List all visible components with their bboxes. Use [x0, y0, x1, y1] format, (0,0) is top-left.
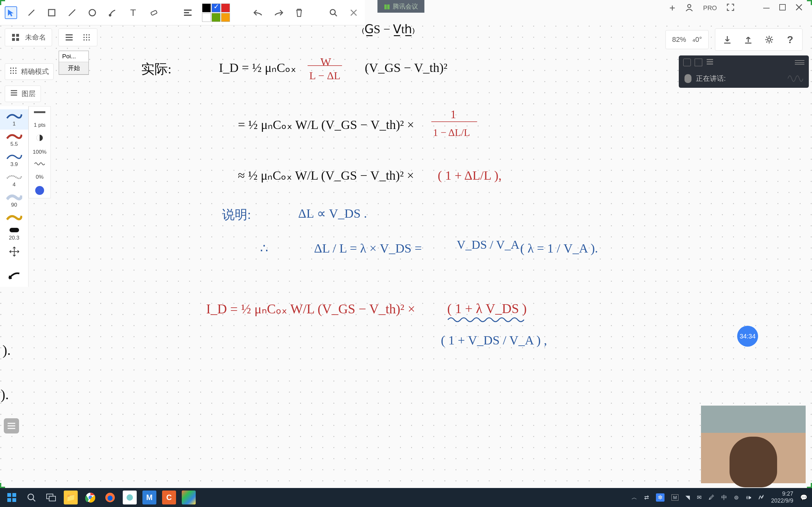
redo-button[interactable] — [272, 6, 285, 19]
circle-tool[interactable] — [86, 6, 99, 19]
rect-tool[interactable] — [45, 6, 58, 19]
undo-button[interactable] — [252, 6, 264, 19]
explorer-icon[interactable]: 📁 — [64, 491, 78, 504]
color-green[interactable] — [212, 13, 220, 22]
search-taskbar[interactable] — [24, 491, 38, 504]
brush-6[interactable] — [0, 211, 28, 223]
task-view[interactable] — [44, 491, 58, 504]
taskbar-clock[interactable]: 9:27 2022/9/9 — [771, 491, 793, 504]
tm-list-icon[interactable] — [706, 59, 714, 66]
upload-icon[interactable] — [743, 34, 754, 45]
color-black[interactable] — [202, 3, 211, 12]
tencent-meeting-tab[interactable]: ▮▮ 腾讯会议 — [377, 0, 424, 13]
svg-point-12 — [86, 34, 87, 36]
tray-star-icon[interactable]: ✽ — [656, 493, 664, 502]
start-button[interactable]: 开始 — [59, 62, 89, 74]
color-red[interactable] — [221, 3, 230, 12]
svg-rect-29 — [9, 228, 19, 232]
tm-layout-1-icon[interactable] — [683, 59, 691, 66]
undo-stroke[interactable] — [0, 269, 28, 284]
view-modes[interactable] — [58, 29, 97, 46]
svg-rect-7 — [12, 34, 15, 37]
pro-badge: PRO — [703, 4, 717, 12]
account-icon[interactable] — [685, 3, 694, 13]
minimize-button[interactable]: ─ — [763, 3, 769, 13]
tm-layout-2-icon[interactable] — [695, 59, 702, 66]
tm-header[interactable] — [679, 55, 809, 69]
tencent-meeting-panel[interactable]: 正在讲话: — [679, 55, 809, 88]
move-tool[interactable] — [0, 244, 28, 260]
poi-popup[interactable]: Poi... 开始 — [59, 51, 89, 75]
zoom-pct: 82% — [672, 36, 686, 44]
svg-rect-33 — [12, 493, 16, 497]
webcam-feed[interactable] — [701, 406, 806, 483]
close-button[interactable] — [796, 4, 803, 12]
svg-point-31 — [768, 38, 771, 41]
tm-drag-icon[interactable] — [795, 60, 804, 65]
svg-point-14 — [84, 37, 85, 38]
notifications-icon[interactable]: 💬 — [800, 494, 807, 501]
start-button[interactable] — [5, 491, 19, 504]
tray-wifi-icon[interactable]: ⊚ — [734, 494, 739, 501]
svg-point-24 — [13, 70, 14, 71]
tray-ime-icon[interactable]: M — [671, 494, 678, 501]
zoom-display[interactable]: 82% ₄0° — [665, 30, 709, 49]
search-button[interactable] — [327, 6, 340, 19]
chrome-icon[interactable] — [84, 491, 97, 504]
firefox-icon[interactable] — [103, 491, 117, 504]
color-white[interactable] — [202, 13, 211, 22]
layers-button[interactable]: 图层 — [5, 86, 41, 102]
align-tool[interactable] — [182, 6, 194, 19]
download-icon[interactable] — [722, 34, 733, 45]
maximize-button[interactable] — [779, 4, 786, 12]
brush-7[interactable]: 20.3 — [0, 223, 28, 244]
app-icon-1[interactable] — [123, 491, 137, 504]
tray-ime-lang[interactable]: 中 — [721, 494, 727, 501]
brush-4[interactable]: 4 — [0, 170, 28, 190]
timer-badge[interactable]: 34:34 — [737, 326, 758, 347]
color-orange[interactable] — [221, 13, 230, 22]
wave-icon[interactable] — [34, 161, 45, 168]
svg-rect-8 — [16, 34, 19, 37]
help-icon[interactable]: ? — [784, 34, 796, 45]
opacity-icon[interactable] — [36, 134, 44, 143]
brush-tool[interactable] — [107, 6, 119, 19]
color-blue[interactable]: ✓ — [212, 3, 220, 12]
tray-msg-icon[interactable]: ✉ — [697, 494, 702, 501]
delete-button[interactable] — [293, 6, 305, 19]
tray-volume-icon[interactable]: 🕪 — [746, 494, 751, 501]
brush-settings: 1 pts 100% 0% — [29, 106, 51, 199]
thickness-icon[interactable] — [33, 110, 46, 116]
sidebar-toggle[interactable] — [4, 418, 19, 434]
color-dot[interactable] — [35, 186, 44, 195]
tray-app-icon[interactable]: ◥ — [686, 494, 690, 501]
color-palette[interactable]: ✓ — [202, 3, 230, 22]
line-tool[interactable] — [66, 6, 78, 19]
app-icon-2[interactable]: M — [142, 491, 156, 504]
select-tool[interactable] — [5, 6, 17, 19]
svg-point-19 — [89, 39, 90, 41]
brush-5[interactable]: 90 — [0, 190, 28, 211]
app-icon-3[interactable]: C — [162, 491, 176, 504]
eraser-tool[interactable] — [147, 6, 159, 19]
precise-mode-toggle[interactable]: 精确模式 — [5, 63, 54, 80]
brush-1[interactable]: 1 — [0, 109, 28, 130]
tray-battery-icon[interactable]: 🗲 — [758, 494, 764, 501]
pen-tool[interactable] — [25, 6, 38, 19]
canvas[interactable]: ₍G̲S − V̲th̲₎ 实际: I_D = ½ μₙCₒₓ W ——— L … — [0, 25, 812, 488]
brush-2[interactable]: 5.5 — [0, 130, 28, 150]
app-icon-4[interactable] — [182, 491, 196, 504]
close-toolbar-button[interactable] — [348, 6, 360, 19]
grid-view-icon[interactable] — [82, 33, 91, 42]
mic-icon[interactable] — [684, 74, 692, 83]
brush-3[interactable]: 3.9 — [0, 150, 28, 170]
plus-button[interactable]: + — [669, 2, 675, 14]
settings-icon[interactable] — [763, 34, 775, 45]
doc-title-box[interactable]: 未命名 — [5, 29, 52, 46]
tray-sync-icon[interactable]: ⇄ — [644, 494, 649, 501]
tray-note-icon[interactable]: 🖉 — [709, 494, 714, 501]
text-tool[interactable]: T — [127, 6, 139, 19]
fullscreen-button[interactable] — [726, 3, 734, 13]
list-view-icon[interactable] — [64, 33, 74, 42]
tray-chevron-icon[interactable]: ︿ — [631, 494, 637, 501]
